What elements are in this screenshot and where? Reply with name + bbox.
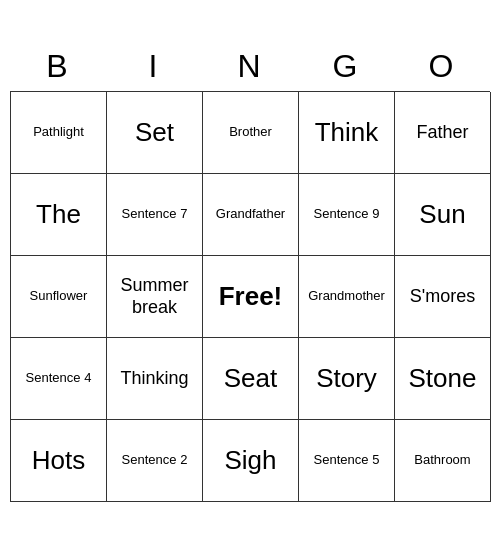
cell-label: Summer break [111, 275, 198, 318]
cell-label: Grandfather [216, 206, 285, 223]
bingo-cell: Story [299, 338, 395, 420]
bingo-cell: Hots [11, 420, 107, 502]
cell-label: Sentence 4 [26, 370, 92, 387]
bingo-card: BINGO PathlightSetBrotherThinkFatherTheS… [10, 42, 490, 502]
cell-label: The [36, 200, 81, 229]
bingo-cell: Sentence 9 [299, 174, 395, 256]
cell-label: Free! [219, 281, 283, 312]
cell-label: Stone [409, 364, 477, 393]
cell-label: Sentence 5 [314, 452, 380, 469]
cell-label: Father [416, 122, 468, 144]
bingo-cell: Father [395, 92, 491, 174]
bingo-cell: Stone [395, 338, 491, 420]
bingo-cell: Grandmother [299, 256, 395, 338]
header-letter: N [202, 42, 298, 91]
bingo-cell: Free! [203, 256, 299, 338]
header-letter: G [298, 42, 394, 91]
bingo-cell: Grandfather [203, 174, 299, 256]
bingo-cell: Sentence 5 [299, 420, 395, 502]
bingo-cell: The [11, 174, 107, 256]
bingo-grid: PathlightSetBrotherThinkFatherTheSentenc… [10, 91, 490, 502]
bingo-cell: Sentence 2 [107, 420, 203, 502]
cell-label: Story [316, 364, 377, 393]
header-letter: B [10, 42, 106, 91]
bingo-cell: S'mores [395, 256, 491, 338]
bingo-cell: Summer break [107, 256, 203, 338]
cell-label: Sentence 2 [122, 452, 188, 469]
bingo-cell: Sunflower [11, 256, 107, 338]
cell-label: Hots [32, 446, 85, 475]
cell-label: Pathlight [33, 124, 84, 141]
cell-label: Thinking [120, 368, 188, 390]
bingo-cell: Sun [395, 174, 491, 256]
cell-label: Bathroom [414, 452, 470, 469]
cell-label: S'mores [410, 286, 475, 308]
bingo-cell: Sentence 7 [107, 174, 203, 256]
cell-label: Sentence 9 [314, 206, 380, 223]
bingo-cell: Sigh [203, 420, 299, 502]
cell-label: Sigh [224, 446, 276, 475]
header-letter: O [394, 42, 490, 91]
bingo-cell: Think [299, 92, 395, 174]
bingo-cell: Bathroom [395, 420, 491, 502]
cell-label: Grandmother [308, 288, 385, 305]
bingo-header: BINGO [10, 42, 490, 91]
bingo-cell: Pathlight [11, 92, 107, 174]
header-letter: I [106, 42, 202, 91]
bingo-cell: Thinking [107, 338, 203, 420]
cell-label: Seat [224, 364, 278, 393]
cell-label: Sentence 7 [122, 206, 188, 223]
bingo-cell: Set [107, 92, 203, 174]
cell-label: Sun [419, 200, 465, 229]
cell-label: Brother [229, 124, 272, 141]
bingo-cell: Seat [203, 338, 299, 420]
cell-label: Set [135, 118, 174, 147]
cell-label: Think [315, 118, 379, 147]
bingo-cell: Brother [203, 92, 299, 174]
bingo-cell: Sentence 4 [11, 338, 107, 420]
cell-label: Sunflower [30, 288, 88, 305]
